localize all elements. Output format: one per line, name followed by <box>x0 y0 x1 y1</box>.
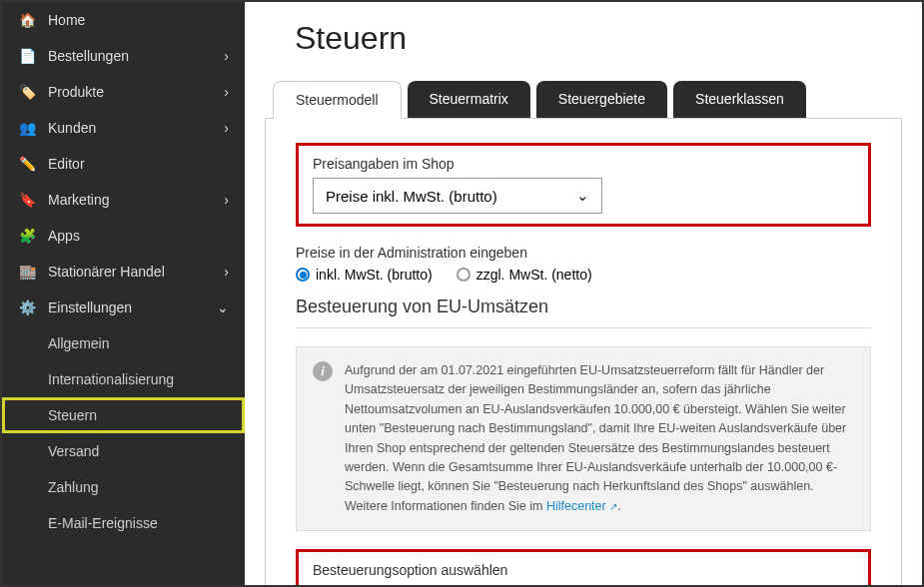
eu-section-title: Besteuerung von EU-Umsätzen <box>296 296 871 317</box>
radio-label: inkl. MwSt. (brutto) <box>316 267 433 283</box>
tabs: Steuermodell Steuermatrix Steuergebiete … <box>273 81 902 119</box>
admin-prices-radio-group: inkl. MwSt. (brutto) zzgl. MwSt. (netto) <box>296 267 871 283</box>
page-title: Steuern <box>295 20 902 57</box>
marketing-icon: 🔖 <box>18 192 36 208</box>
radio-brutto[interactable]: inkl. MwSt. (brutto) <box>296 267 433 283</box>
customers-icon: 👥 <box>18 120 36 136</box>
chevron-down-icon: ⌄ <box>217 299 229 315</box>
admin-prices-label: Preise in der Administration eingeben <box>296 245 871 261</box>
nav-label: Kunden <box>48 120 96 136</box>
info-text: Aufgrund der am 01.07.2021 eingeführten … <box>345 361 854 516</box>
nav-marketing[interactable]: 🔖 Marketing › <box>2 182 245 218</box>
sub-shipping[interactable]: Versand <box>2 433 245 469</box>
tax-option-label: Besteuerungsoption auswählen <box>313 562 854 578</box>
nav-pos[interactable]: 🏬 Stationärer Handel › <box>2 254 245 290</box>
select-value: Preise inkl. MwSt. (brutto) <box>326 188 497 205</box>
nav-apps[interactable]: 🧩 Apps <box>2 218 245 254</box>
nav-orders[interactable]: 📄 Bestellungen › <box>2 38 245 74</box>
nav-products[interactable]: 🏷️ Produkte › <box>2 74 245 110</box>
nav-settings[interactable]: ⚙️ Einstellungen ⌄ <box>2 290 245 325</box>
nav-customers[interactable]: 👥 Kunden › <box>2 110 245 146</box>
editor-icon: ✏️ <box>18 156 36 172</box>
info-box: i Aufgrund der am 01.07.2021 eingeführte… <box>296 346 871 531</box>
chevron-right-icon: › <box>224 192 229 208</box>
main-content: Steuern Steuermodell Steuermatrix Steuer… <box>245 2 922 585</box>
nav-label: Bestellungen <box>48 48 129 64</box>
tab-content: Preisangaben im Shop Preise inkl. MwSt. … <box>265 118 902 585</box>
chevron-right-icon: › <box>224 84 229 100</box>
store-icon: 🏬 <box>18 264 36 280</box>
shop-prices-select[interactable]: Preise inkl. MwSt. (brutto) ⌄ <box>313 178 602 214</box>
sidebar: 🏠 Home 📄 Bestellungen › 🏷️ Produkte › 👥 … <box>2 2 245 585</box>
tab-classes[interactable]: Steuerklassen <box>673 81 806 119</box>
sub-payment[interactable]: Zahlung <box>2 469 245 505</box>
gear-icon: ⚙️ <box>18 299 36 315</box>
products-icon: 🏷️ <box>18 84 36 100</box>
nav-label: Produkte <box>48 84 104 100</box>
tax-option-highlight: Besteuerungsoption auswählen Besteuerung… <box>296 549 871 585</box>
nav-home[interactable]: 🏠 Home <box>2 2 245 38</box>
nav-label: Apps <box>48 228 80 244</box>
nav-label: Einstellungen <box>48 299 132 315</box>
radio-netto[interactable]: zzgl. MwSt. (netto) <box>457 267 592 283</box>
sub-i18n[interactable]: Internationalisierung <box>2 361 245 397</box>
external-link-icon: ↗ <box>609 501 617 512</box>
chevron-right-icon: › <box>224 48 229 64</box>
radio-label: zzgl. MwSt. (netto) <box>476 267 592 283</box>
sub-general[interactable]: Allgemein <box>2 325 245 361</box>
home-icon: 🏠 <box>18 12 36 28</box>
orders-icon: 📄 <box>18 48 36 64</box>
apps-icon: 🧩 <box>18 228 36 244</box>
radio-icon <box>457 268 470 282</box>
nav-label: Stationärer Handel <box>48 264 165 280</box>
nav-label: Home <box>48 12 85 28</box>
admin-prices-section: Preise in der Administration eingeben in… <box>296 245 871 283</box>
info-icon: i <box>313 361 333 381</box>
radio-icon <box>296 268 310 282</box>
chevron-right-icon: › <box>224 264 229 280</box>
nav-label: Marketing <box>48 192 109 208</box>
chevron-right-icon: › <box>224 120 229 136</box>
sub-email[interactable]: E-Mail-Ereignisse <box>2 505 245 541</box>
helpcenter-link[interactable]: Hilfecenter ↗ <box>546 499 617 513</box>
radio-destination[interactable]: Besteuerung nach Bestimmungsland <box>617 584 854 585</box>
shop-prices-label: Preisangaben im Shop <box>313 156 854 172</box>
radio-label: Besteuerung nach Herkunftsland des Shops <box>333 584 593 585</box>
radio-origin[interactable]: Besteuerung nach Herkunftsland des Shops <box>313 584 593 585</box>
sub-taxes[interactable]: Steuern <box>2 397 245 433</box>
nav-label: Editor <box>48 156 85 172</box>
tab-model[interactable]: Steuermodell <box>273 81 402 119</box>
tab-areas[interactable]: Steuergebiete <box>536 81 667 119</box>
tax-option-radio-group: Besteuerung nach Herkunftsland des Shops… <box>313 584 854 585</box>
radio-label: Besteuerung nach Bestimmungsland <box>636 584 854 585</box>
shop-prices-highlight: Preisangaben im Shop Preise inkl. MwSt. … <box>296 143 871 227</box>
nav-editor[interactable]: ✏️ Editor <box>2 146 245 182</box>
tab-matrix[interactable]: Steuermatrix <box>408 81 530 119</box>
chevron-down-icon: ⌄ <box>576 187 589 205</box>
divider <box>296 327 871 328</box>
